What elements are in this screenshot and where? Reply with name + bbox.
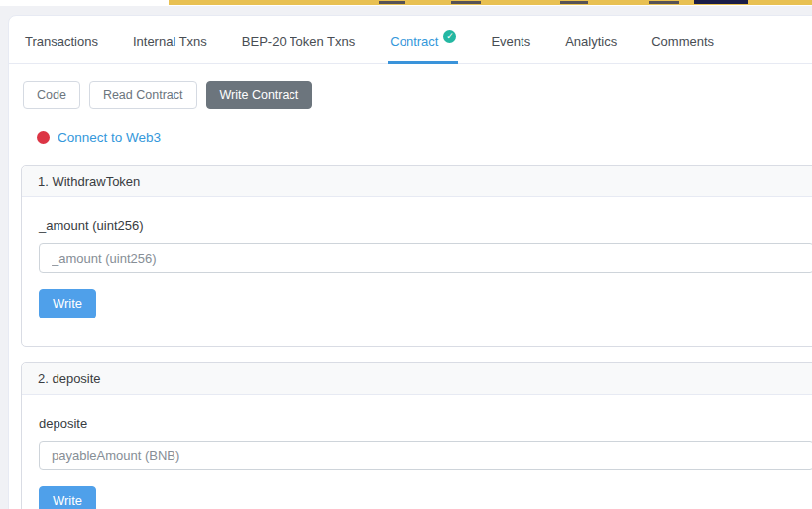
contract-subnav: Code Read Contract Write Contract <box>23 81 812 109</box>
code-button[interactable]: Code <box>23 81 80 109</box>
write-contract-button[interactable]: Write Contract <box>206 81 313 109</box>
banner-text-remnant <box>379 1 405 4</box>
verified-check-icon: ✓ <box>443 30 456 43</box>
red-dot-icon <box>37 131 50 144</box>
tab-bep20-token-txns[interactable]: BEP-20 Token Txns <box>240 16 357 64</box>
tab-contract-label: Contract <box>390 34 438 49</box>
token-contract-page: Transactions Internal Txns BEP-20 Token … <box>0 0 812 509</box>
function-card-withdrawtoken: 1. WithdrawToken _amount (uint256) Write <box>21 165 812 347</box>
amount-input[interactable] <box>39 243 812 273</box>
connect-web3-row: Connect to Web3 <box>37 130 812 145</box>
function-card-header[interactable]: 1. WithdrawToken <box>22 166 812 197</box>
function-card-header[interactable]: 2. deposite <box>22 363 812 395</box>
write-button[interactable]: Write <box>39 486 96 509</box>
banner-dark-segment <box>694 0 748 4</box>
function-card-deposite: 2. deposite deposite Write <box>21 362 812 509</box>
write-button[interactable]: Write <box>39 289 96 318</box>
tab-transactions[interactable]: Transactions <box>23 16 100 64</box>
tab-contract[interactable]: Contract ✓ <box>388 16 458 64</box>
field-label: deposite <box>39 416 808 431</box>
tab-analytics[interactable]: Analytics <box>563 16 619 64</box>
field-label: _amount (uint256) <box>39 218 808 233</box>
tab-internal-txns[interactable]: Internal Txns <box>131 16 209 64</box>
tab-comments[interactable]: Comments <box>649 16 716 64</box>
banner-text-remnant <box>560 1 588 4</box>
tab-bar: Transactions Internal Txns BEP-20 Token … <box>9 16 812 64</box>
read-contract-button[interactable]: Read Contract <box>89 81 197 109</box>
payable-amount-input[interactable] <box>39 441 812 470</box>
banner-text-remnant <box>649 1 679 4</box>
function-card-body: deposite Write <box>22 395 812 509</box>
tab-events[interactable]: Events <box>489 16 532 64</box>
function-card-body: _amount (uint256) Write <box>22 197 812 346</box>
banner-text-remnant <box>451 1 481 4</box>
connect-web3-link[interactable]: Connect to Web3 <box>58 130 161 145</box>
ad-banner-strip <box>0 0 812 6</box>
content-card: Transactions Internal Txns BEP-20 Token … <box>8 15 812 509</box>
